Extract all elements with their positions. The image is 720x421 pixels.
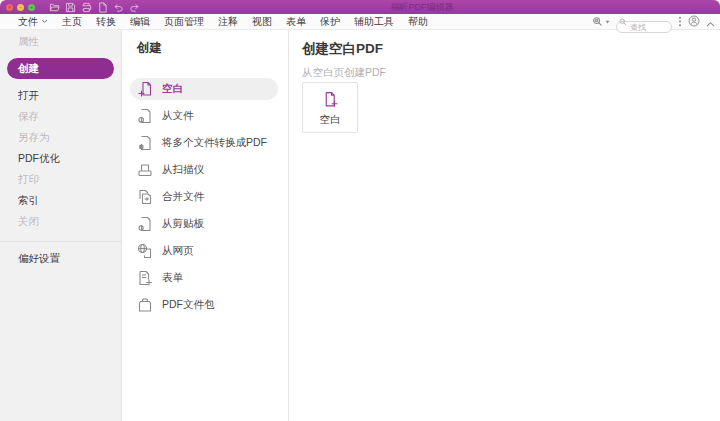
blank-page-icon xyxy=(322,91,339,108)
create-item-from-file[interactable]: 从文件 xyxy=(130,105,278,127)
minimize-window-button[interactable]: − xyxy=(17,4,24,11)
open-folder-icon[interactable] xyxy=(49,2,60,13)
create-item-label: 从扫描仪 xyxy=(162,163,204,177)
blank-pdf-card[interactable]: 空白 xyxy=(302,82,358,133)
menu-view[interactable]: 视图 xyxy=(245,15,279,29)
quick-access-toolbar xyxy=(49,2,140,13)
create-item-blank[interactable]: 空白 xyxy=(130,78,278,100)
chevron-down-icon xyxy=(41,19,48,24)
create-item-form[interactable]: 表单 xyxy=(130,267,278,289)
print-icon[interactable] xyxy=(81,2,92,13)
sidebar-item-save-as: 另存为 xyxy=(0,127,121,148)
new-document-icon[interactable] xyxy=(97,2,108,13)
sidebar-item-preferences[interactable]: 偏好设置 xyxy=(0,248,121,269)
window-title: 福昕PDF编辑器 xyxy=(391,1,454,14)
create-options-list: 空白 从文件 将多个文件转换成PDF 从扫描仪 合并文件 xyxy=(122,78,288,316)
sidebar-item-print: 打印 xyxy=(0,169,121,190)
menu-file[interactable]: 文件 xyxy=(11,15,55,29)
caret-down-icon xyxy=(605,20,610,24)
combine-files-icon xyxy=(137,189,153,205)
menubar-right-controls xyxy=(592,13,715,31)
create-item-label: 从网页 xyxy=(162,244,194,258)
content-title: 创建空白PDF xyxy=(302,41,720,56)
blank-card-label: 空白 xyxy=(320,113,341,125)
search-tools-icon[interactable] xyxy=(592,16,610,28)
close-window-button[interactable]: × xyxy=(6,4,13,11)
create-panel: 创建 空白 从文件 将多个文件转换成PDF 从扫描仪 xyxy=(122,30,289,421)
account-icon[interactable] xyxy=(688,13,700,31)
sidebar-item-index[interactable]: 索引 xyxy=(0,190,121,211)
menu-edit[interactable]: 编辑 xyxy=(123,15,157,29)
from-file-icon xyxy=(137,108,153,124)
backstage-sidebar: 属性 创建 打开 保存 另存为 PDF优化 打印 索引 关闭 偏好设置 xyxy=(0,30,122,421)
create-item-from-scanner[interactable]: 从扫描仪 xyxy=(130,159,278,181)
create-item-label: 表单 xyxy=(162,271,183,285)
menu-comment[interactable]: 注释 xyxy=(211,15,245,29)
search-icon xyxy=(619,18,627,26)
menu-protect[interactable]: 保护 xyxy=(313,15,347,29)
portfolio-icon xyxy=(137,297,153,313)
sidebar-divider xyxy=(0,241,121,242)
zoom-window-button[interactable]: + xyxy=(28,4,35,11)
clipboard-icon xyxy=(137,216,153,232)
sidebar-item-pdf-optimize[interactable]: PDF优化 xyxy=(0,148,121,169)
create-panel-title: 创建 xyxy=(122,41,288,55)
blank-page-icon xyxy=(137,81,153,97)
menu-convert[interactable]: 转换 xyxy=(89,15,123,29)
create-item-label: 从文件 xyxy=(162,109,194,123)
create-blank-pdf-section: 创建空白PDF 从空白页创建PDF 空白 xyxy=(289,30,720,421)
create-item-label: 合并文件 xyxy=(162,190,204,204)
app-window: × − + 福昕PDF编辑器 文件 主页 转换 编辑 页面管理 注释 视图 表单… xyxy=(0,0,720,421)
menubar: 文件 主页 转换 编辑 页面管理 注释 视图 表单 保护 辅助工具 帮助 xyxy=(0,14,720,30)
create-item-label: 从剪贴板 xyxy=(162,217,204,231)
create-item-pdf-portfolio[interactable]: PDF文件包 xyxy=(130,294,278,316)
webpage-icon xyxy=(137,243,153,259)
content-subtitle: 从空白页创建PDF xyxy=(302,66,720,78)
titlebar: × − + 福昕PDF编辑器 xyxy=(0,0,720,14)
undo-icon[interactable] xyxy=(113,2,124,13)
create-item-from-clipboard[interactable]: 从剪贴板 xyxy=(130,213,278,235)
sidebar-item-properties: 属性 xyxy=(0,31,121,52)
backstage-view: 属性 创建 打开 保存 另存为 PDF优化 打印 索引 关闭 偏好设置 创建 空… xyxy=(0,30,720,421)
sidebar-item-open[interactable]: 打开 xyxy=(0,85,121,106)
traffic-lights: × − + xyxy=(6,4,35,11)
menu-page-management[interactable]: 页面管理 xyxy=(157,15,211,29)
multiple-files-icon xyxy=(137,135,153,151)
create-item-multiple-files[interactable]: 将多个文件转换成PDF xyxy=(130,132,278,154)
redo-icon[interactable] xyxy=(129,2,140,13)
menu-home[interactable]: 主页 xyxy=(55,15,89,29)
search-box xyxy=(616,16,672,28)
menu-help[interactable]: 帮助 xyxy=(401,15,435,29)
form-icon xyxy=(137,270,153,286)
more-options-icon[interactable] xyxy=(678,13,682,31)
create-item-label: 将多个文件转换成PDF xyxy=(162,136,267,150)
sidebar-item-close: 关闭 xyxy=(0,211,121,232)
collapse-ribbon-icon[interactable] xyxy=(706,13,715,31)
sidebar-item-create[interactable]: 创建 xyxy=(7,58,114,79)
create-item-label: PDF文件包 xyxy=(162,298,215,312)
save-icon[interactable] xyxy=(65,2,76,13)
menu-form[interactable]: 表单 xyxy=(279,15,313,29)
sidebar-item-save: 保存 xyxy=(0,106,121,127)
create-item-combine-files[interactable]: 合并文件 xyxy=(130,186,278,208)
scanner-icon xyxy=(137,162,153,178)
create-item-label: 空白 xyxy=(162,82,183,96)
menu-accessibility-tools[interactable]: 辅助工具 xyxy=(347,15,401,29)
create-item-from-webpage[interactable]: 从网页 xyxy=(130,240,278,262)
